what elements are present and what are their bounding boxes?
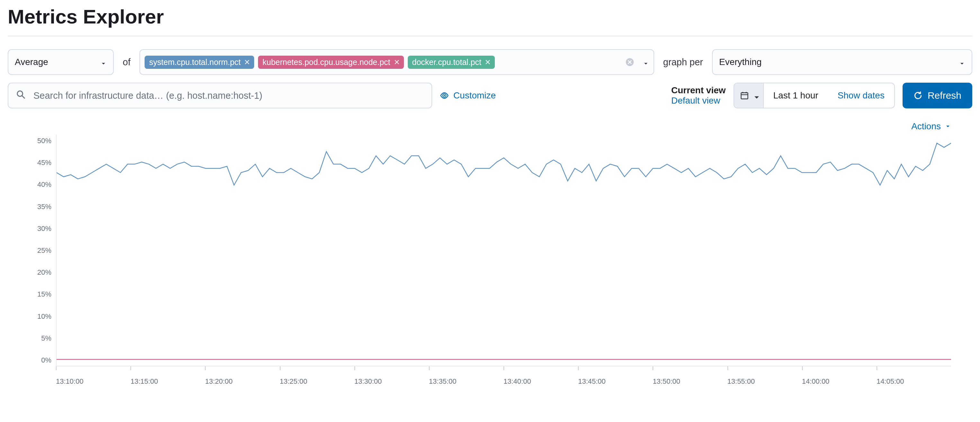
- metric-tag-label: kubernetes.pod.cpu.usage.node.pct: [262, 58, 390, 67]
- y-tick-label: 30%: [8, 224, 51, 233]
- remove-tag-icon[interactable]: [245, 59, 250, 65]
- show-dates-button[interactable]: Show dates: [828, 83, 894, 108]
- y-tick-label: 15%: [8, 290, 51, 299]
- default-view-link[interactable]: Default view: [671, 96, 726, 106]
- x-tick-label: 13:50:00: [652, 377, 727, 386]
- of-label: of: [123, 57, 130, 67]
- chevron-down-icon: [100, 59, 107, 65]
- chevron-down-icon: [945, 123, 951, 129]
- x-tick-label: 13:25:00: [280, 377, 355, 386]
- y-tick-label: 45%: [8, 158, 51, 167]
- x-tick-label: 13:55:00: [727, 377, 802, 386]
- search-input[interactable]: [33, 90, 424, 101]
- y-tick-label: 10%: [8, 312, 51, 321]
- y-tick-label: 40%: [8, 181, 51, 189]
- clear-metrics-button[interactable]: [623, 58, 637, 67]
- date-picker[interactable]: Last 1 hour Show dates: [733, 83, 895, 109]
- current-view-block: Current view Default view: [671, 85, 726, 106]
- page-title: Metrics Explorer: [8, 5, 972, 28]
- metric-tag[interactable]: system.cpu.total.norm.pct: [145, 56, 254, 69]
- actions-label: Actions: [911, 121, 941, 131]
- chevron-down-icon: [959, 59, 965, 65]
- metric-tag[interactable]: docker.cpu.total.pct: [408, 56, 495, 69]
- search-icon: [16, 90, 26, 102]
- current-view-label: Current view: [671, 85, 726, 96]
- svg-line-2: [22, 96, 25, 98]
- refresh-label: Refresh: [928, 90, 961, 101]
- customize-button[interactable]: Customize: [440, 90, 496, 101]
- y-tick-label: 5%: [8, 334, 51, 342]
- y-tick-label: 25%: [8, 246, 51, 255]
- y-tick-label: 35%: [8, 203, 51, 211]
- calendar-button[interactable]: [734, 83, 764, 108]
- eye-icon: [440, 91, 449, 100]
- chart-panel: Actions 50%45%40%35%30%25%20%15%10%5%0% …: [8, 121, 972, 386]
- chevron-down-icon: [752, 93, 757, 98]
- aggregation-value: Average: [15, 57, 100, 67]
- x-tick-label: 13:35:00: [429, 377, 503, 386]
- metrics-input[interactable]: system.cpu.total.norm.pctkubernetes.pod.…: [140, 49, 654, 75]
- time-range-label[interactable]: Last 1 hour: [764, 83, 828, 108]
- aggregation-select[interactable]: Average: [8, 49, 114, 75]
- remove-tag-icon[interactable]: [394, 59, 399, 65]
- y-tick-label: 50%: [8, 137, 51, 145]
- graph-per-select[interactable]: Everything: [712, 49, 972, 75]
- x-tick-label: 13:30:00: [355, 377, 429, 386]
- customize-label: Customize: [453, 90, 496, 101]
- search-input-wrap[interactable]: [8, 83, 432, 109]
- x-tick-label: 13:20:00: [205, 377, 280, 386]
- metric-tag-label: docker.cpu.total.pct: [412, 58, 481, 67]
- toolbar-row: Customize Current view Default view Last…: [8, 83, 972, 109]
- x-tick-label: 13:10:00: [56, 377, 130, 386]
- metric-tag-label: system.cpu.total.norm.pct: [149, 58, 241, 67]
- graph-per-label: graph per: [663, 57, 703, 67]
- svg-rect-4: [741, 93, 748, 99]
- refresh-button[interactable]: Refresh: [902, 83, 972, 109]
- x-tick-label: 13:40:00: [503, 377, 578, 386]
- y-tick-label: 0%: [8, 356, 51, 364]
- query-row: Average of system.cpu.total.norm.pctkube…: [8, 49, 972, 75]
- chart-plot[interactable]: [56, 135, 951, 366]
- svg-point-3: [444, 95, 445, 96]
- remove-tag-icon[interactable]: [485, 59, 490, 65]
- x-tick-label: 14:00:00: [802, 377, 877, 386]
- graph-per-value: Everything: [719, 57, 959, 67]
- chart-y-axis: 50%45%40%35%30%25%20%15%10%5%0%: [8, 135, 56, 366]
- y-tick-label: 20%: [8, 268, 51, 277]
- chart-x-axis: 13:10:0013:15:0013:20:0013:25:0013:30:00…: [56, 366, 951, 386]
- chevron-down-icon: [643, 59, 649, 65]
- divider: [8, 36, 972, 36]
- calendar-icon: [740, 91, 749, 100]
- x-tick-label: 13:45:00: [578, 377, 652, 386]
- x-tick-label: 13:15:00: [130, 377, 205, 386]
- actions-menu-button[interactable]: Actions: [911, 121, 951, 131]
- metric-tag[interactable]: kubernetes.pod.cpu.usage.node.pct: [258, 56, 404, 69]
- series-line: [57, 143, 951, 185]
- x-tick-label: 14:05:00: [877, 377, 951, 386]
- refresh-icon: [913, 91, 923, 100]
